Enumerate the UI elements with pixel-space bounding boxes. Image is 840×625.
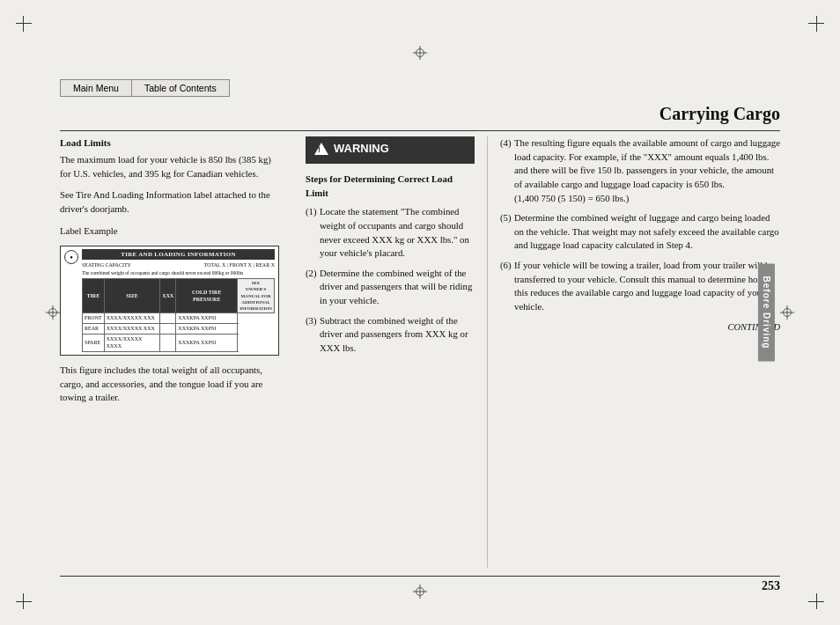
page-title: Carrying Cargo bbox=[659, 104, 780, 124]
warning-box: WARNING bbox=[306, 136, 475, 164]
load-limits-para1: The maximum load for your vehicle is 850… bbox=[60, 153, 279, 180]
tire-subtitle: The combined weight of occupants and car… bbox=[82, 270, 275, 276]
corner-mark-tr bbox=[808, 16, 824, 32]
continued-label: CONTINUED bbox=[500, 320, 780, 334]
tire-row-rear-label: REAR bbox=[83, 324, 105, 335]
tire-label-icon: ● bbox=[64, 250, 78, 264]
before-driving-sidebar: Before Driving bbox=[758, 264, 775, 362]
corner-mark-br bbox=[808, 593, 824, 609]
main-content: Load Limits The maximum load for your ve… bbox=[60, 136, 780, 568]
crosshair-right bbox=[780, 305, 794, 320]
step4-body: The resulting figure equals the availabl… bbox=[514, 136, 780, 205]
right-column: (4) The resulting figure equals the avai… bbox=[487, 136, 780, 568]
step2-body: Determine the combined weight of the dri… bbox=[320, 267, 475, 308]
tire-row-rear-pressure: XXXKPA XXPSI bbox=[176, 324, 238, 335]
tire-row-spare-pressure: XXXKPA XXPSI bbox=[176, 334, 238, 351]
tire-row-front-size: XXXX/XXXXX XXX bbox=[104, 313, 160, 324]
top-rule bbox=[60, 130, 780, 131]
load-limits-title: Load Limits bbox=[60, 136, 279, 151]
warning-label: WARNING bbox=[334, 142, 389, 155]
step3-num: (3) bbox=[306, 314, 320, 356]
bottom-rule bbox=[60, 576, 780, 577]
label-example-label: Label Example bbox=[60, 224, 279, 239]
corner-mark-bl bbox=[16, 593, 32, 609]
crosshair-bottom bbox=[413, 585, 427, 599]
step3-body: Subtract the combined weight of the driv… bbox=[320, 314, 475, 356]
crosshair-top bbox=[413, 46, 427, 60]
step5-item: (5) Determine the combined weight of lug… bbox=[500, 211, 780, 253]
step3-item: (3) Subtract the combined weight of the … bbox=[306, 314, 475, 356]
step2-item: (2) Determine the combined weight of the… bbox=[306, 267, 475, 308]
crosshair-left bbox=[46, 305, 60, 320]
mid-steps: Steps for Determining Correct Load Limit… bbox=[306, 173, 475, 356]
step5-body: Determine the combined weight of luggage… bbox=[514, 211, 780, 253]
warning-header: WARNING bbox=[314, 142, 466, 155]
corner-mark-tl bbox=[16, 16, 32, 32]
steps-title-text: Steps for Determining Correct Load Limit bbox=[306, 173, 453, 198]
tire-row-front-pressure: XXXKPA XXPSI bbox=[176, 313, 238, 324]
left-column: Load Limits The maximum load for your ve… bbox=[60, 136, 293, 568]
load-limits-para3: This figure includes the total weight of… bbox=[60, 364, 279, 405]
tire-total-label: TOTAL X | FRONT X | REAR X bbox=[204, 261, 275, 269]
step4-item: (4) The resulting figure equals the avai… bbox=[500, 136, 780, 205]
main-menu-button[interactable]: Main Menu bbox=[60, 79, 131, 97]
step4-num: (4) bbox=[500, 136, 514, 205]
tire-row-rear-size: XXXX/XXXXX XXX bbox=[104, 324, 160, 335]
tire-table: TIRE SIZE XXX COLD TIRE PRESSURE SEEOWNE… bbox=[82, 278, 275, 352]
tire-label-box: ● TIRE AND LOADING INFORMATION SEATING C… bbox=[60, 246, 279, 356]
steps-title: Steps for Determining Correct Load Limit bbox=[306, 173, 475, 200]
step1-item: (1) Locate the statement "The combined w… bbox=[306, 205, 475, 261]
tire-label-header: TIRE AND LOADING INFORMATION bbox=[82, 249, 275, 260]
mid-column: WARNING Steps for Determining Correct Lo… bbox=[293, 136, 487, 568]
step5-num: (5) bbox=[500, 211, 514, 253]
warning-triangle-icon bbox=[314, 143, 328, 155]
tire-seating-label: SEATING CAPACITY bbox=[82, 261, 131, 269]
page-number: 253 bbox=[762, 579, 780, 593]
step4-calc: (1,400 750 (5 150) = 650 lbs.) bbox=[514, 193, 629, 203]
step6-num: (6) bbox=[500, 259, 514, 314]
step6-item: (6) If your vehicle will be towing a tra… bbox=[500, 259, 780, 314]
load-limits-para2: See Tire And Loading Information label a… bbox=[60, 188, 279, 216]
nav-bar: Main Menu Table of Contents bbox=[60, 79, 230, 97]
step6-body: If your vehicle will be towing a trailer… bbox=[514, 259, 780, 314]
tire-row-front-label: FRONT bbox=[83, 313, 105, 324]
step1-body: Locate the statement "The combined weigh… bbox=[320, 205, 475, 261]
step4-text: The resulting figure equals the availabl… bbox=[514, 137, 780, 189]
table-of-contents-button[interactable]: Table of Contents bbox=[131, 79, 230, 97]
step1-num: (1) bbox=[306, 205, 320, 261]
tire-row-spare-label: SPARE bbox=[83, 334, 105, 351]
step2-num: (2) bbox=[306, 267, 320, 308]
tire-row-spare-size: XXXX/XXXXX XXXX bbox=[104, 334, 160, 351]
